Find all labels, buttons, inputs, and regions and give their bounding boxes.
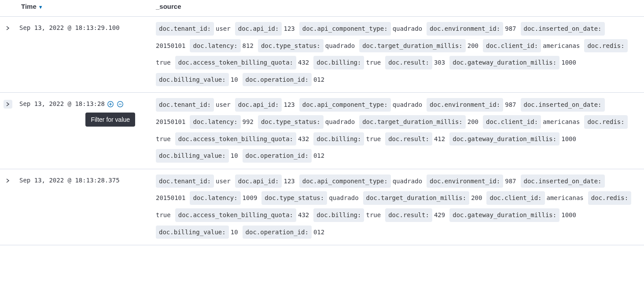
field-value: 1000 [561, 57, 576, 69]
field-key[interactable]: doc.operation_id: [243, 73, 312, 87]
field-value: 123 [283, 99, 294, 111]
source-cell: doc.tenant_id:userdoc.api_id:123doc.api_… [152, 93, 644, 169]
table-row: Sep 13, 2022 @ 18:13:28doc.tenant_id:use… [0, 93, 644, 169]
field-value: 200 [467, 40, 478, 52]
field-key[interactable]: doc.client_id: [486, 191, 545, 205]
field-key[interactable]: doc.api_component_type: [299, 175, 391, 188]
field-value: true [366, 209, 381, 221]
field-value: 432 [298, 133, 309, 145]
field-key[interactable]: doc.inserted_on_date: [521, 98, 605, 112]
filter-for-value-icon[interactable] [107, 100, 114, 108]
field-key[interactable]: doc.redis: [584, 115, 627, 129]
field-key[interactable]: doc.access_token_billing_quota: [175, 208, 296, 222]
timestamp: Sep 13, 2022 @ 18:13:28 [19, 100, 105, 109]
field-key[interactable]: doc.api_component_type: [299, 22, 391, 36]
field-key[interactable]: doc.api_id: [235, 98, 282, 112]
field-key[interactable]: doc.redis: [584, 39, 627, 53]
field-key[interactable]: doc.target_duration_millis: [359, 39, 466, 53]
field-value: 432 [298, 57, 309, 69]
expand-toggle[interactable] [4, 176, 12, 185]
field-value: 10 [231, 74, 238, 86]
field-key[interactable]: doc.api_id: [235, 22, 282, 36]
field-value: 429 [434, 209, 445, 221]
field-value: true [366, 133, 381, 145]
field-key[interactable]: doc.inserted_on_date: [521, 175, 605, 188]
field-value: quadrado [393, 99, 422, 111]
field-key[interactable]: doc.environment_id: [427, 175, 503, 188]
expand-toggle[interactable] [4, 100, 12, 109]
field-value: 200 [467, 116, 478, 128]
header-source[interactable]: _source [152, 0, 644, 17]
timestamp: Sep 13, 2022 @ 18:13:29.100 [19, 24, 120, 33]
field-value: true [366, 57, 381, 69]
filter-tooltip: Filter for value [85, 113, 135, 127]
header-time[interactable]: Time▼ [0, 0, 152, 17]
field-key[interactable]: doc.billing_value: [156, 149, 229, 163]
field-key[interactable]: doc.gateway_duration_millis: [449, 132, 559, 146]
field-key[interactable]: doc.environment_id: [427, 22, 503, 36]
expand-toggle[interactable] [4, 24, 12, 33]
field-value: quadrado [329, 192, 358, 204]
field-key[interactable]: doc.api_id: [235, 175, 282, 188]
field-key[interactable]: doc.access_token_billing_quota: [175, 56, 296, 69]
field-key[interactable]: doc.tenant_id: [156, 22, 214, 36]
source-cell: doc.tenant_id:userdoc.api_id:123doc.api_… [152, 17, 644, 93]
field-value: true [156, 57, 171, 69]
time-cell: Sep 13, 2022 @ 18:13:29.100 [16, 17, 152, 93]
field-key[interactable]: doc.latency: [190, 191, 240, 205]
field-value: 1000 [561, 133, 576, 145]
field-key[interactable]: doc.inserted_on_date: [521, 22, 605, 36]
field-key[interactable]: doc.billing: [313, 208, 364, 222]
field-key[interactable]: doc.tenant_id: [156, 98, 214, 112]
field-key[interactable]: doc.gateway_duration_millis: [449, 56, 559, 69]
field-value: americanas [543, 116, 580, 128]
field-key[interactable]: doc.result: [385, 132, 432, 146]
field-key[interactable]: doc.operation_id: [243, 226, 312, 239]
field-value: 412 [434, 133, 445, 145]
time-cell: Sep 13, 2022 @ 18:13:28.375 [16, 169, 152, 245]
table-row: Sep 13, 2022 @ 18:13:28.375doc.tenant_id… [0, 169, 644, 245]
field-value: 10 [231, 226, 238, 238]
field-key[interactable]: doc.client_id: [483, 39, 541, 53]
field-key[interactable]: doc.redis: [588, 191, 631, 205]
field-key[interactable]: doc.api_component_type: [299, 98, 391, 112]
field-value: user [216, 175, 231, 187]
field-key[interactable]: doc.billing_value: [156, 73, 229, 87]
field-key[interactable]: doc.gateway_duration_millis: [449, 208, 559, 222]
field-key[interactable]: doc.billing: [313, 132, 364, 146]
field-value: 200 [471, 192, 482, 204]
filter-out-value-icon[interactable] [116, 100, 124, 108]
field-value: 20150101 [156, 116, 185, 128]
field-key[interactable]: doc.target_duration_millis: [359, 115, 466, 129]
field-key[interactable]: doc.type_status: [258, 39, 324, 53]
field-value: quadrado [393, 23, 422, 35]
field-value: 432 [298, 209, 309, 221]
field-key[interactable]: doc.access_token_billing_quota: [175, 132, 296, 146]
source-cell: doc.tenant_id:userdoc.api_id:123doc.api_… [152, 169, 644, 245]
field-value: 10 [231, 150, 238, 162]
expand-cell [0, 17, 16, 93]
field-key[interactable]: doc.latency: [190, 115, 240, 129]
field-key[interactable]: doc.target_duration_millis: [363, 191, 470, 205]
field-key[interactable]: doc.billing: [313, 56, 364, 69]
field-key[interactable]: doc.client_id: [483, 115, 541, 129]
field-key[interactable]: doc.result: [385, 208, 432, 222]
field-value: 992 [243, 116, 254, 128]
field-key[interactable]: doc.environment_id: [427, 98, 503, 112]
field-key[interactable]: doc.type_status: [261, 191, 327, 205]
field-key[interactable]: doc.result: [385, 56, 432, 69]
table-row: Sep 13, 2022 @ 18:13:29.100doc.tenant_id… [0, 17, 644, 93]
timestamp: Sep 13, 2022 @ 18:13:28.375 [19, 176, 120, 185]
field-key[interactable]: doc.billing_value: [156, 226, 229, 239]
field-value: true [156, 133, 171, 145]
field-value: 987 [505, 175, 516, 187]
field-key[interactable]: doc.operation_id: [243, 149, 312, 163]
field-value: 987 [505, 23, 516, 35]
field-key[interactable]: doc.type_status: [258, 115, 324, 129]
field-value: 812 [243, 40, 254, 52]
field-key[interactable]: doc.latency: [190, 39, 240, 53]
field-value: 123 [283, 23, 294, 35]
field-value: user [216, 99, 231, 111]
field-value: 20150101 [156, 192, 185, 204]
field-key[interactable]: doc.tenant_id: [156, 175, 214, 188]
